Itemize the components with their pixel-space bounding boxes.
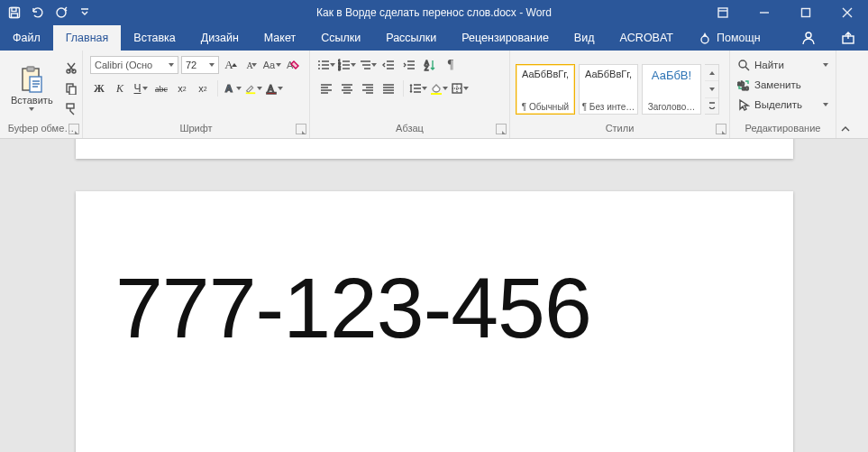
group-styles-label: Стили bbox=[510, 123, 729, 138]
svg-text:Z: Z bbox=[425, 65, 429, 71]
justify-icon[interactable] bbox=[379, 79, 397, 97]
svg-rect-19 bbox=[246, 92, 256, 94]
group-font-label: Шрифт bbox=[83, 123, 309, 138]
tab-insert[interactable]: Вставка bbox=[121, 25, 187, 51]
launcher-icon[interactable] bbox=[496, 124, 507, 134]
align-left-icon[interactable] bbox=[317, 79, 335, 97]
align-right-icon[interactable] bbox=[359, 79, 377, 97]
save-icon[interactable] bbox=[7, 5, 22, 20]
group-font: Calibri (Осно 72 A A Aa A Ж К Ч abc x2 x… bbox=[83, 51, 310, 138]
cut-icon[interactable] bbox=[62, 59, 80, 77]
tab-review[interactable]: Рецензирование bbox=[449, 25, 562, 51]
clear-format-icon[interactable]: A bbox=[284, 56, 302, 74]
minimize-icon[interactable] bbox=[744, 0, 785, 25]
launcher-icon[interactable] bbox=[716, 124, 726, 134]
underline-button[interactable]: Ч bbox=[132, 79, 150, 97]
tell-me[interactable]: Помощн bbox=[686, 25, 773, 51]
select-button[interactable]: Выделить bbox=[736, 96, 830, 114]
qat-more-icon[interactable] bbox=[78, 5, 92, 20]
tab-layout[interactable]: Макет bbox=[251, 25, 308, 51]
tell-me-label: Помощн bbox=[717, 32, 761, 44]
multilevel-icon[interactable] bbox=[359, 56, 377, 74]
account-icon[interactable] bbox=[789, 25, 828, 51]
svg-text:A: A bbox=[268, 83, 274, 94]
tab-file[interactable]: Файл bbox=[0, 25, 53, 51]
svg-rect-4 bbox=[718, 8, 727, 17]
tab-design[interactable]: Дизайн bbox=[188, 25, 251, 51]
highlight-icon[interactable] bbox=[244, 79, 262, 97]
document-area[interactable]: 777-123-456 bbox=[0, 139, 868, 452]
show-marks-icon[interactable]: ¶ bbox=[442, 56, 460, 74]
align-center-icon[interactable] bbox=[338, 79, 356, 97]
increase-indent-icon[interactable] bbox=[400, 56, 418, 74]
bold-button[interactable]: Ж bbox=[90, 79, 108, 97]
page-previous bbox=[76, 139, 793, 159]
tab-view[interactable]: Вид bbox=[562, 25, 608, 51]
group-paragraph: 123 AZ ¶ Абзац bbox=[310, 51, 510, 138]
tab-home[interactable]: Главная bbox=[53, 25, 122, 51]
svg-point-23 bbox=[318, 64, 320, 66]
text-effects-icon[interactable]: A bbox=[224, 79, 242, 97]
borders-icon[interactable] bbox=[451, 79, 469, 97]
tab-references[interactable]: Ссылки bbox=[308, 25, 373, 51]
collapse-ribbon-icon[interactable] bbox=[836, 51, 854, 138]
svg-rect-30 bbox=[431, 93, 442, 95]
change-case-icon[interactable]: Aa bbox=[263, 56, 281, 74]
undo-icon[interactable] bbox=[31, 5, 45, 20]
grow-font-icon[interactable]: A bbox=[222, 56, 240, 74]
numbering-icon[interactable]: 123 bbox=[338, 56, 356, 74]
maximize-icon[interactable] bbox=[785, 0, 827, 25]
sort-icon[interactable]: AZ bbox=[421, 56, 439, 74]
group-styles: АаБбВвГг, ¶ Обычный АаБбВвГг, ¶ Без инте… bbox=[510, 51, 730, 138]
find-button[interactable]: Найти bbox=[736, 56, 830, 74]
svg-point-3 bbox=[57, 8, 66, 17]
launcher-icon[interactable] bbox=[69, 124, 79, 134]
superscript-button[interactable]: x2 bbox=[194, 79, 212, 97]
svg-rect-16 bbox=[67, 104, 74, 108]
style-normal[interactable]: АаБбВвГг, ¶ Обычный bbox=[516, 64, 575, 115]
svg-rect-1 bbox=[12, 8, 16, 12]
shrink-font-icon[interactable]: A bbox=[242, 56, 260, 74]
bullets-icon[interactable] bbox=[317, 56, 335, 74]
ribbon: Вставить Буфер обме… Calibri (Осно 72 A … bbox=[0, 51, 868, 139]
launcher-icon[interactable] bbox=[296, 124, 306, 134]
svg-point-7 bbox=[806, 32, 811, 38]
copy-icon[interactable] bbox=[62, 79, 80, 97]
group-clipboard-label: Буфер обме… bbox=[0, 123, 82, 138]
font-color-icon[interactable]: A bbox=[265, 79, 283, 97]
paste-button[interactable]: Вставить bbox=[5, 56, 59, 121]
shading-icon[interactable] bbox=[430, 79, 448, 97]
svg-text:A: A bbox=[225, 83, 233, 94]
tab-mailings[interactable]: Рассылки bbox=[373, 25, 449, 51]
style-no-spacing[interactable]: АаБбВвГг, ¶ Без инте… bbox=[579, 64, 638, 115]
window-controls bbox=[702, 0, 868, 25]
font-size-combo[interactable]: 72 bbox=[181, 56, 219, 74]
redo-icon[interactable] bbox=[54, 5, 69, 20]
strike-button[interactable]: abc bbox=[152, 79, 170, 97]
chevron-down-icon bbox=[29, 107, 34, 111]
svg-point-32 bbox=[739, 60, 746, 68]
line-spacing-icon[interactable] bbox=[409, 79, 427, 97]
group-clipboard: Вставить Буфер обме… bbox=[0, 51, 83, 138]
title-bar: Как в Ворде сделать перенос слов.docx - … bbox=[0, 0, 868, 25]
ribbon-options-icon[interactable] bbox=[702, 0, 744, 25]
svg-text:3: 3 bbox=[338, 66, 341, 71]
svg-point-22 bbox=[318, 60, 320, 62]
svg-point-6 bbox=[701, 36, 708, 43]
page-current[interactable]: 777-123-456 bbox=[76, 191, 793, 452]
format-painter-icon[interactable] bbox=[62, 100, 80, 118]
ribbon-tabs: Файл Главная Вставка Дизайн Макет Ссылки… bbox=[0, 25, 868, 51]
svg-point-24 bbox=[318, 68, 320, 69]
group-editing-label: Редактирование bbox=[730, 123, 836, 138]
italic-button[interactable]: К bbox=[111, 79, 129, 97]
share-icon[interactable] bbox=[828, 25, 868, 51]
close-icon[interactable] bbox=[827, 0, 868, 25]
tab-acrobat[interactable]: ACROBAT bbox=[607, 25, 686, 51]
font-name-combo[interactable]: Calibri (Осно bbox=[90, 56, 178, 74]
subscript-button[interactable]: x2 bbox=[173, 79, 191, 97]
styles-gallery-more[interactable] bbox=[705, 64, 719, 115]
style-heading1[interactable]: АаБбВ! Заголово… bbox=[642, 64, 701, 115]
document-text[interactable]: 777-123-456 bbox=[115, 263, 754, 354]
replace-button[interactable]: abac Заменить bbox=[736, 76, 830, 94]
decrease-indent-icon[interactable] bbox=[379, 56, 397, 74]
